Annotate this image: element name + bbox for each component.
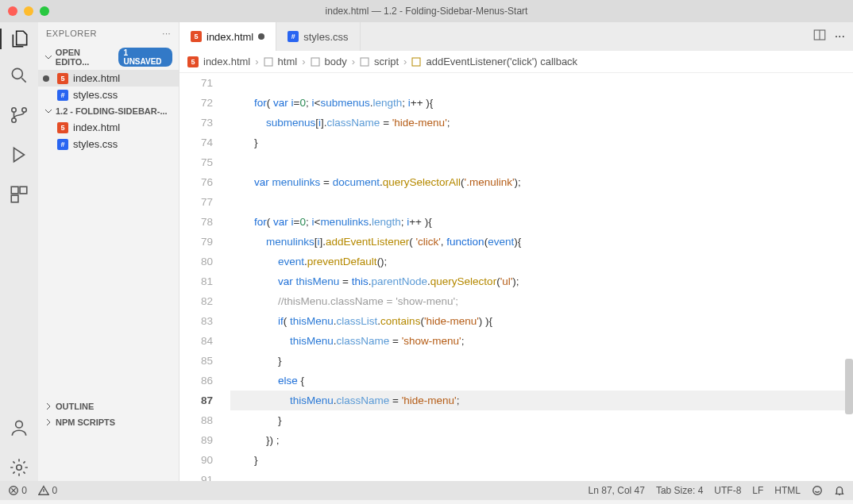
chevron-right-icon <box>44 418 52 426</box>
open-editor-styles[interactable]: # styles.css <box>38 87 179 103</box>
chevron-right-icon: › <box>255 56 258 67</box>
chevron-right-icon <box>44 402 52 410</box>
files-icon <box>10 29 30 49</box>
user-icon <box>9 417 29 438</box>
modified-dot-icon <box>43 75 49 82</box>
breadcrumb-item[interactable]: index.html <box>203 56 250 67</box>
cursor-position[interactable]: Ln 87, Col 47 <box>589 485 645 496</box>
element-icon <box>264 57 273 67</box>
settings-activity[interactable] <box>9 457 29 481</box>
run-activity[interactable] <box>9 144 29 168</box>
code-content[interactable]: for( var i=0; i<submenus.length; i++ ){ … <box>227 73 853 481</box>
status-bar: 0 0 Ln 87, Col 47 Tab Size: 4 UTF-8 LF H… <box>0 481 853 500</box>
tab-index-html[interactable]: 5 index.html <box>179 22 276 51</box>
css-file-icon: # <box>57 90 68 101</box>
sidebar: EXPLORER ··· OPEN EDITO... 1 UNSAVED 5 i… <box>38 22 179 481</box>
open-editors-label: OPEN EDITO... <box>56 48 116 67</box>
search-activity[interactable] <box>9 65 29 89</box>
file-label: styles.css <box>73 89 118 101</box>
file-label: index.html <box>73 72 120 84</box>
open-editors-section[interactable]: OPEN EDITO... 1 UNSAVED <box>38 44 179 70</box>
scrollbar-thumb[interactable] <box>845 359 853 414</box>
file-styles[interactable]: # styles.css <box>38 136 179 152</box>
unsaved-badge: 1 UNSAVED <box>118 48 172 67</box>
breadcrumb-item[interactable]: html <box>278 56 298 67</box>
chevron-right-icon: › <box>403 56 407 67</box>
tab-label: styles.css <box>303 31 348 43</box>
svg-rect-13 <box>412 58 420 66</box>
svg-point-15 <box>813 487 822 495</box>
folder-section[interactable]: 1.2 - FOLDING-SIDEBAR-... <box>38 103 179 119</box>
breadcrumb-item[interactable]: script <box>374 56 399 67</box>
css-file-icon: # <box>288 31 299 42</box>
npm-section[interactable]: NPM SCRIPTS <box>38 414 179 430</box>
smiley-icon <box>812 485 823 496</box>
activity-bar <box>0 22 38 481</box>
method-icon <box>411 57 421 67</box>
title-bar: index.html — 1.2 - Folding-Sidebar-Menus… <box>0 0 853 22</box>
file-index[interactable]: 5 index.html <box>38 119 179 136</box>
notifications-button[interactable] <box>834 485 845 497</box>
errors-indicator[interactable]: 0 <box>8 485 27 497</box>
chevron-right-icon: › <box>302 56 305 67</box>
svg-point-0 <box>12 68 22 79</box>
tab-styles-css[interactable]: # styles.css <box>276 22 360 51</box>
svg-rect-5 <box>20 187 27 194</box>
svg-rect-12 <box>361 58 369 66</box>
branch-icon <box>9 105 29 125</box>
explorer-activity[interactable] <box>0 29 38 49</box>
file-label: index.html <box>73 121 120 133</box>
error-icon <box>8 485 19 496</box>
css-file-icon: # <box>57 139 68 150</box>
svg-rect-11 <box>311 58 319 66</box>
language-mode[interactable]: HTML <box>774 485 801 496</box>
warning-icon <box>38 485 49 496</box>
line-gutter: 7172737475767778798081828384858687888990… <box>179 73 227 481</box>
breadcrumb-item[interactable]: addEventListener('click') callback <box>426 56 577 67</box>
tab-size[interactable]: Tab Size: 4 <box>656 485 703 496</box>
open-editor-index[interactable]: 5 index.html <box>38 70 179 87</box>
svg-point-2 <box>12 118 16 122</box>
search-icon <box>9 65 29 86</box>
svg-rect-6 <box>11 195 18 202</box>
html-file-icon: 5 <box>191 31 202 42</box>
more-icon[interactable]: ··· <box>162 29 171 38</box>
svg-rect-4 <box>11 187 18 194</box>
sidebar-title: EXPLORER <box>46 29 97 38</box>
encoding[interactable]: UTF-8 <box>714 485 741 496</box>
breadcrumbs[interactable]: 5 index.html › html › body › script › ad… <box>179 51 853 73</box>
extensions-icon <box>9 184 29 205</box>
split-icon <box>812 28 827 42</box>
code-editor[interactable]: 7172737475767778798081828384858687888990… <box>179 73 853 481</box>
breadcrumb-item[interactable]: body <box>325 56 347 67</box>
outline-label: OUTLINE <box>56 402 94 411</box>
more-actions-button[interactable]: ··· <box>835 29 845 44</box>
html-file-icon: 5 <box>57 122 68 133</box>
html-file-icon: 5 <box>57 73 68 84</box>
tab-label: index.html <box>206 31 253 43</box>
source-control-activity[interactable] <box>9 105 29 129</box>
svg-point-1 <box>12 108 16 112</box>
errors-count: 0 <box>21 485 27 496</box>
svg-point-3 <box>22 108 26 112</box>
modified-dot-icon <box>258 33 264 40</box>
element-icon <box>311 57 320 67</box>
editor-group: 5 index.html # styles.css ··· 5 index.ht… <box>179 22 853 481</box>
npm-label: NPM SCRIPTS <box>56 417 115 427</box>
eol[interactable]: LF <box>752 485 763 496</box>
split-editor-button[interactable] <box>812 28 827 45</box>
svg-point-7 <box>16 421 23 428</box>
sidebar-header: EXPLORER ··· <box>38 22 179 44</box>
tab-bar: 5 index.html # styles.css ··· <box>179 22 853 51</box>
outline-section[interactable]: OUTLINE <box>38 398 179 414</box>
folder-label: 1.2 - FOLDING-SIDEBAR-... <box>56 106 168 116</box>
feedback-button[interactable] <box>812 485 823 497</box>
extensions-activity[interactable] <box>9 184 29 208</box>
gear-icon <box>9 457 29 478</box>
file-label: styles.css <box>73 138 118 150</box>
chevron-right-icon: › <box>352 56 355 67</box>
svg-rect-10 <box>264 58 272 66</box>
svg-point-8 <box>17 465 22 471</box>
warnings-indicator[interactable]: 0 <box>38 485 57 497</box>
accounts-activity[interactable] <box>9 417 29 441</box>
